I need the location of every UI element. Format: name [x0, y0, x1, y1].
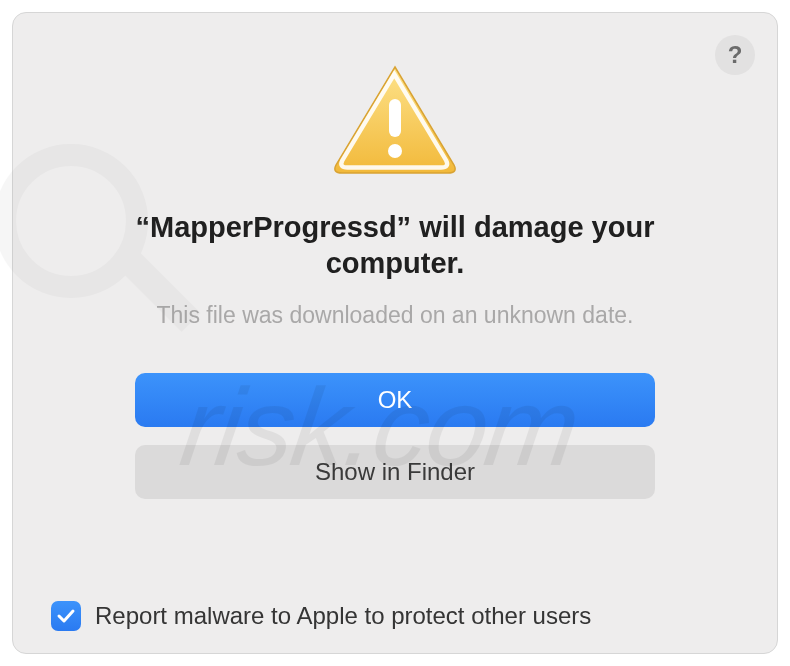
- show-in-finder-button[interactable]: Show in Finder: [135, 445, 655, 499]
- ok-button-label: OK: [378, 386, 413, 414]
- dialog-title: “MapperProgressd” will damage your compu…: [115, 209, 675, 282]
- ok-button[interactable]: OK: [135, 373, 655, 427]
- help-button[interactable]: ?: [715, 35, 755, 75]
- warning-icon: [330, 61, 460, 181]
- report-checkbox-label: Report malware to Apple to protect other…: [95, 602, 591, 630]
- checkmark-icon: [56, 606, 76, 626]
- alert-dialog: risk.com ? “MapperProgressd” will damage…: [12, 12, 778, 654]
- svg-point-3: [388, 144, 402, 158]
- report-checkbox-row: Report malware to Apple to protect other…: [51, 601, 591, 631]
- button-group: OK Show in Finder: [135, 373, 655, 499]
- show-in-finder-label: Show in Finder: [315, 458, 475, 486]
- svg-rect-2: [389, 99, 401, 137]
- report-checkbox[interactable]: [51, 601, 81, 631]
- help-icon-label: ?: [728, 41, 743, 69]
- dialog-subtitle: This file was downloaded on an unknown d…: [157, 302, 634, 329]
